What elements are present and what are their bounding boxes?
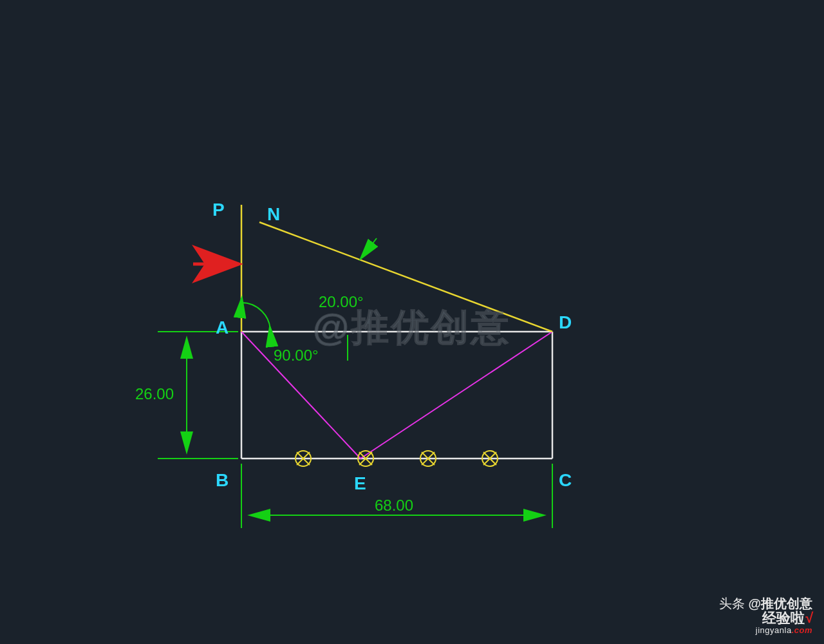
svg-line-6: [259, 222, 552, 332]
dim-angle-20: [360, 238, 377, 259]
label-N: N: [267, 204, 280, 224]
checkmark-icon: √: [805, 610, 812, 626]
footer-handle: @推优创意: [748, 596, 812, 611]
svg-line-29: [360, 238, 377, 259]
footer-site-main: 经验啦: [762, 610, 805, 626]
label-D: D: [559, 312, 572, 332]
dim-angle-90-text: 90.00°: [274, 346, 319, 364]
cad-diagram: 26.00 68.00 90.00° 20.00° P N A D B E C: [0, 0, 824, 644]
dim-width-text: 68.00: [375, 497, 413, 514]
dim-width: [241, 464, 552, 528]
footer-credits: 头条 @推优创意 经验啦√ jingyanla.com: [719, 596, 812, 635]
label-C: C: [559, 470, 572, 490]
svg-line-5: [360, 332, 552, 459]
label-P: P: [212, 200, 225, 220]
yellow-lines: [241, 205, 552, 332]
footer-domain-pre: jingyanla: [756, 625, 792, 635]
label-A: A: [216, 317, 229, 337]
dim-height-text: 26.00: [135, 385, 174, 402]
dim-angle-20-text: 20.00°: [319, 293, 364, 310]
footer-prefix: 头条: [719, 596, 749, 611]
label-E: E: [354, 473, 366, 493]
label-B: B: [216, 470, 229, 490]
footer-domain-suf: .com: [792, 625, 812, 635]
